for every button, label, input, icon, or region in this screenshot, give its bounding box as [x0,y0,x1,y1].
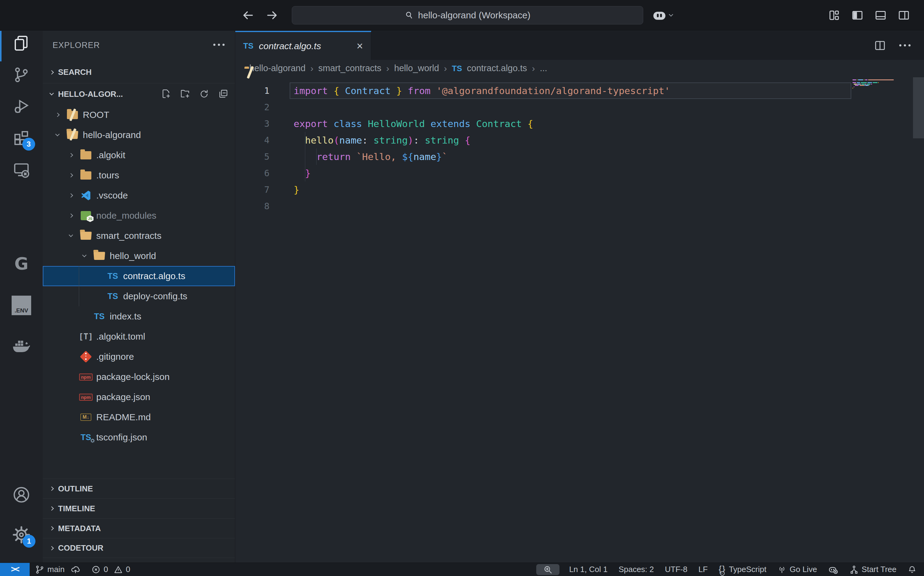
md-icon: M↓ [78,413,94,421]
refresh-icon[interactable] [199,89,209,99]
toggle-secondary-sidebar-icon[interactable] [898,9,910,21]
tree-item-package-json[interactable]: npmpackage.json [43,387,235,407]
tab-label: contract.algo.ts [259,41,321,51]
back-icon[interactable] [242,8,255,22]
remote-indicator[interactable]: >< [0,563,30,576]
search-value: hello-algorand (Workspace) [418,10,530,21]
tree-item-smart-contracts[interactable]: smart_contracts [43,226,235,246]
new-file-icon[interactable] [161,89,171,99]
explorer-more-actions-icon[interactable] [213,44,224,46]
tree-item-index-ts[interactable]: TSindex.ts [43,306,235,326]
tree-item-node-modules[interactable]: node_modules [43,206,235,226]
folder-open-icon [78,232,94,240]
branch-status[interactable]: main [30,563,86,576]
section-outline[interactable]: OUTLINE [43,478,235,498]
sidebar-item-docker[interactable] [0,338,43,354]
section-timeline[interactable]: TIMELINE [43,498,235,518]
accounts-button[interactable] [0,486,43,504]
folder-open-icon [91,252,107,260]
source-control-icon [13,66,30,84]
chevron-right-icon [64,194,78,197]
eol-status[interactable]: LF [693,563,713,576]
cloud-upload-icon[interactable] [70,565,80,574]
breadcrumb-item[interactable]: hello-algorand [249,63,306,73]
bell-icon [908,565,917,574]
copilot-status[interactable] [823,563,844,576]
sidebar-item-explorer[interactable] [0,35,43,52]
tree-item-root[interactable]: ROOT [43,105,235,125]
tree-item--algokit[interactable]: .algokit [43,145,235,165]
braces-icon: {}× [719,565,726,574]
editor-more-actions-icon[interactable] [899,44,911,46]
zoom-status[interactable] [536,564,559,575]
tree-item-package-lock-json[interactable]: npmpackage-lock.json [43,367,235,387]
section-codetour[interactable]: CODETOUR [43,538,235,558]
start-tree-button[interactable]: Start Tree [844,563,902,576]
copilot-menu[interactable] [652,0,673,30]
tab-contract-algo-ts[interactable]: TS contract.algo.ts × [235,31,371,60]
tree-item--tours[interactable]: .tours [43,165,235,186]
section-metadata[interactable]: METADATA [43,518,235,538]
new-folder-icon[interactable] [180,89,191,99]
warning-count: 0 [126,565,130,574]
folder-icon [78,171,94,179]
remote-explorer-icon [13,161,30,178]
scrollbar[interactable] [913,77,924,138]
tree-item-tsconfig-json[interactable]: TStsconfig.json [43,427,235,447]
code-editor[interactable]: 1import { Contract } from '@algorandfoun… [235,77,924,563]
settings-button[interactable]: 1 [0,526,43,544]
forward-icon[interactable] [265,8,279,22]
toggle-panel-icon[interactable] [874,9,887,21]
language-status[interactable]: {}× TypeScript [713,563,772,576]
sidebar-item-gitlens[interactable]: G [0,253,43,274]
toggle-primary-sidebar-icon[interactable] [851,9,863,21]
ts-icon: TS [91,312,107,321]
ts-icon: TS [105,292,121,301]
encoding-status[interactable]: UTF-8 [660,563,693,576]
tree-item-label: .algokit [96,150,125,160]
sidebar-item-dotenv[interactable]: .ENV [0,296,43,315]
cursor-position[interactable]: Ln 1, Col 1 [564,563,613,576]
breadcrumb-item[interactable]: hello_world [394,63,439,73]
docker-icon [12,338,31,354]
breadcrumb-item[interactable]: contract.algo.ts [467,63,527,73]
account-icon [12,486,30,504]
tree-item-hello-algorand[interactable]: hello-algorand [43,125,235,145]
tree-item--vscode[interactable]: .vscode [43,186,235,206]
line-number: 3 [235,115,269,132]
split-editor-icon[interactable] [874,40,886,51]
tree-item-readme-md[interactable]: M↓README.md [43,407,235,427]
tree-item-contract-algo-ts[interactable]: TScontract.algo.ts [43,266,235,286]
customize-layout-icon[interactable] [828,9,840,21]
breadcrumb-item[interactable]: smart_contracts [319,63,381,73]
tree-item--algokit-toml[interactable]: [T].algokit.toml [43,326,235,347]
collapse-all-icon[interactable] [218,89,228,99]
tree-item-deploy-config-ts[interactable]: TSdeploy-config.ts [43,286,235,306]
tree-item-hello-world[interactable]: hello_world [43,246,235,266]
problems-status[interactable]: 0 0 [86,563,136,576]
tree-item-label: .algokit.toml [96,331,145,342]
activity-bar: 3 G .ENV [0,31,43,563]
section-search[interactable]: SEARCH [43,61,235,83]
breadcrumb-item[interactable]: ... [540,63,547,73]
tree-item-label: ROOT [83,110,109,120]
indentation-status[interactable]: Spaces: 2 [613,563,660,576]
minimap[interactable] [852,79,911,90]
sidebar-item-source-control[interactable] [0,66,43,84]
section-search-label: SEARCH [58,67,92,77]
code-line-7: 7} [235,181,924,198]
sidebar-item-run-debug[interactable] [0,98,43,115]
line-number: 7 [235,181,269,198]
command-center-search[interactable]: hello-algorand (Workspace) [292,6,643,24]
sidebar-item-remote-explorer[interactable] [0,161,43,178]
go-live-button[interactable]: Go Live [772,563,823,576]
npm-icon: npm [78,394,94,401]
close-icon[interactable]: × [357,41,363,51]
tree-item--gitignore[interactable]: .gitignore [43,347,235,367]
tree-item-label: hello-algorand [83,130,141,140]
broadcast-icon [777,565,786,574]
workspace-header[interactable]: HELLO-ALGOR... [43,83,235,105]
tree-item-label: hello_world [110,251,156,261]
notifications-bell[interactable] [902,563,924,576]
sidebar-item-extensions[interactable]: 3 [0,129,43,147]
